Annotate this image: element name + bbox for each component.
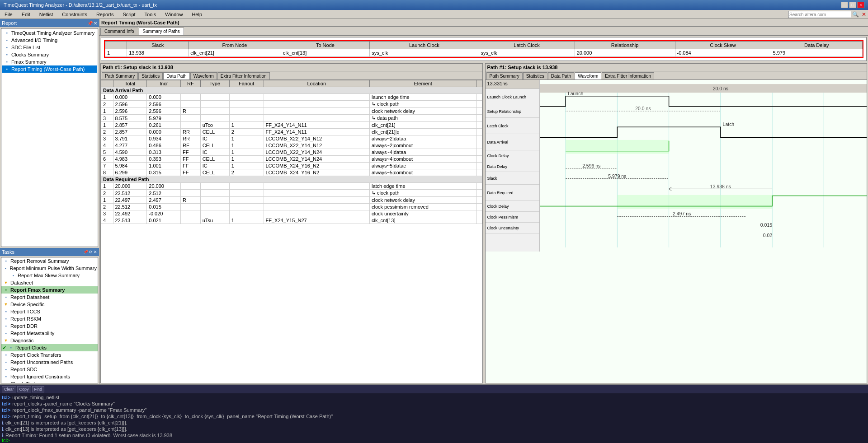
menu-window[interactable]: Window bbox=[162, 11, 185, 18]
arr-row-3-3[interactable]: 3 3.791 0.934 RRIC 1 LCCOMB_X22_Y14_N12 … bbox=[101, 135, 482, 142]
arr-row-2[interactable]: 2 2.596 2.596 ↳ clock path bbox=[101, 101, 482, 108]
tab-data-path-right[interactable]: Data Path bbox=[548, 72, 574, 79]
menu-file[interactable]: File bbox=[2, 11, 15, 18]
task-max-skew[interactable]: ▪ Report Max Skew Summary bbox=[1, 272, 98, 279]
task-clock-transfers[interactable]: ▪ Report Clock Transfers bbox=[1, 351, 98, 359]
tasks-close-icon[interactable]: ✕ bbox=[94, 250, 97, 254]
maximize-button[interactable]: □ bbox=[849, 2, 856, 8]
arr-row-2-1[interactable]: 1 2.596 2.596 R clock network delay bbox=[101, 108, 482, 115]
tab-extra-fitter-left[interactable]: Extra Fitter Information bbox=[217, 72, 270, 79]
tab-path-summary-right[interactable]: Path Summary bbox=[486, 72, 523, 79]
tab-waveform-right[interactable]: Waveform bbox=[575, 72, 601, 79]
required-section-header: Data Required Path bbox=[101, 176, 482, 183]
console-find-button[interactable]: Find bbox=[32, 386, 45, 392]
minimize-button[interactable]: _ bbox=[841, 2, 848, 8]
close-button[interactable]: × bbox=[857, 2, 864, 8]
task-fmax-summary[interactable]: ▪ Report Fmax Summary bbox=[1, 286, 98, 294]
title-bar: TimeQuest Timing Analyzer - D:/altera/13… bbox=[0, 0, 868, 10]
arr-row-3-7[interactable]: 7 5.984 1.001 FFIC 1 LCCOMB_X24_Y16_N2 a… bbox=[101, 163, 482, 169]
task-removal-summary[interactable]: ▪ Report Removal Summary bbox=[1, 257, 98, 265]
wf-label-clock-delay1: Clock Delay bbox=[486, 150, 539, 161]
req-row-4[interactable]: 4 22.513 0.021 uTsu 1 FF_X24_Y15_N27 clk… bbox=[101, 217, 482, 224]
doc-icon: ▪ bbox=[2, 258, 9, 264]
req-row-2-1[interactable]: 1 22.497 2.497 R clock network delay bbox=[101, 197, 482, 204]
svg-line-18 bbox=[669, 187, 671, 189]
task-tccs[interactable]: ▪ Report TCCS bbox=[1, 308, 98, 315]
task-device-specific-folder[interactable]: ▼ Device Specific bbox=[1, 301, 98, 308]
task-check-timing[interactable]: ▪ Check Timing bbox=[1, 380, 98, 383]
task-diagnostic-folder[interactable]: ▼ Diagnostic bbox=[1, 337, 98, 344]
waveform-svg: 20.0 ns Launch 20.0 ns bbox=[540, 80, 867, 252]
tab-command-info[interactable]: Command Info bbox=[100, 28, 138, 35]
tree-item-timequest-summary[interactable]: ▪ TimeQuest Timing Analyzer Summary bbox=[2, 29, 97, 37]
console-clear-button[interactable]: Clear bbox=[2, 386, 16, 392]
menu-edit[interactable]: Edit bbox=[19, 11, 33, 18]
menu-tools[interactable]: Tools bbox=[142, 11, 159, 18]
console-prompt: tcl> bbox=[2, 438, 9, 443]
task-ignored-constraints[interactable]: ▪ Report Ignored Constraints bbox=[1, 373, 98, 380]
menu-netlist[interactable]: Netlist bbox=[37, 11, 56, 18]
doc-icon: ▪ bbox=[2, 359, 9, 365]
task-report-clocks[interactable]: ✔ ▪ Report Clocks bbox=[1, 344, 98, 351]
doc-icon: ▪ bbox=[7, 345, 14, 351]
req-row-1[interactable]: 1 20.000 20.000 latch edge time bbox=[101, 183, 482, 190]
console-copy-button[interactable]: Copy bbox=[17, 386, 31, 392]
task-ddr[interactable]: ▪ Report DDR bbox=[1, 322, 98, 330]
console-input[interactable] bbox=[10, 438, 866, 443]
menu-help[interactable]: Help bbox=[189, 11, 205, 18]
table-row[interactable]: 1 13.938 clk_cnt[21] clk_cnt[13] sys_clk… bbox=[105, 49, 863, 57]
task-min-pulse[interactable]: ▪ Report Minimum Pulse Width Summary bbox=[1, 265, 98, 272]
tasks-refresh-icon[interactable]: ⟳ bbox=[89, 250, 93, 254]
req-row-2-2[interactable]: 2 22.512 0.015 clock pessimism removed bbox=[101, 204, 482, 210]
tab-data-path-left[interactable]: Data Path bbox=[163, 72, 189, 79]
col-clock-skew: Clock Skew bbox=[675, 42, 771, 49]
svg-line-19 bbox=[669, 189, 671, 191]
folder-icon: ▼ bbox=[2, 337, 9, 344]
data-path-scroll[interactable]: Total Incr RF Type Fanout Location Eleme… bbox=[101, 80, 482, 383]
tree-item-report-timing[interactable]: ▪ Report Timing (Worst-Case Path) bbox=[2, 65, 97, 73]
task-unconstrained-paths[interactable]: ▪ Report Unconstrained Paths bbox=[1, 359, 98, 366]
tasks-pin-icon[interactable]: 📌 bbox=[83, 250, 88, 254]
tab-path-summary-left[interactable]: Path Summary bbox=[102, 72, 138, 79]
tree-item-sdc-file[interactable]: ▪ SDC File List bbox=[2, 44, 97, 51]
arr-row-3-6[interactable]: 6 4.983 0.393 FFCELL 1 LCCOMB_X22_Y14_N2… bbox=[101, 156, 482, 163]
arr-row-3-4[interactable]: 4 4.277 0.486 RFCELL 1 LCCOMB_X22_Y14_N1… bbox=[101, 142, 482, 149]
menu-reports[interactable]: Reports bbox=[94, 11, 117, 18]
task-report-datasheet[interactable]: ▪ Report Datasheet bbox=[1, 294, 98, 301]
svg-text:2.497 ns: 2.497 ns bbox=[673, 211, 691, 216]
svg-text:13.938 ns: 13.938 ns bbox=[710, 184, 731, 189]
tab-statistics-left[interactable]: Statistics bbox=[138, 72, 163, 79]
req-row-3[interactable]: 3 22.492 -0.020 clock uncertainty bbox=[101, 210, 482, 217]
svg-rect-12 bbox=[566, 140, 669, 154]
menu-constraints[interactable]: Constraints bbox=[59, 11, 90, 18]
tree-item-clocks-summary[interactable]: ▪ Clocks Summary bbox=[2, 51, 97, 58]
tab-statistics-right[interactable]: Statistics bbox=[523, 72, 547, 79]
col-latch: Latch Clock bbox=[479, 42, 575, 49]
task-report-sdc[interactable]: ▪ Report SDC bbox=[1, 366, 98, 373]
tab-extra-fitter-right[interactable]: Extra Fitter Information bbox=[602, 72, 654, 79]
tab-summary-paths[interactable]: Summary of Paths bbox=[139, 28, 184, 35]
panel-pin-icon[interactable]: 📌 bbox=[87, 21, 93, 26]
tree-item-fmax-summary[interactable]: ▪ Fmax Summary bbox=[2, 58, 97, 65]
arr-row-1[interactable]: 1 0.000 0.000 launch edge time bbox=[101, 94, 482, 101]
menu-script[interactable]: Script bbox=[120, 11, 138, 18]
arr-row-3-2[interactable]: 2 2.857 0.000 RRCELL 2 FF_X24_Y14_N11 cl… bbox=[101, 129, 482, 135]
task-metastability[interactable]: ▪ Report Metastability bbox=[1, 330, 98, 337]
task-datasheet-folder[interactable]: ▼ Datasheet bbox=[1, 279, 98, 286]
req-row-2[interactable]: 2 22.512 2.512 ↳ clock path bbox=[101, 190, 482, 197]
arr-row-3-1[interactable]: 1 2.857 0.261 uTco 1 FF_X24_Y14_N11 clk_… bbox=[101, 122, 482, 129]
task-rskm[interactable]: ▪ Report RSKM bbox=[1, 315, 98, 322]
arr-row-3[interactable]: 3 8.575 5.979 ↳ data path bbox=[101, 115, 482, 122]
doc-icon: ▪ bbox=[2, 366, 9, 373]
close-search-icon[interactable]: ✕ bbox=[862, 11, 866, 18]
doc-icon: ▪ bbox=[2, 308, 9, 315]
search-icon[interactable]: 🔍 bbox=[852, 11, 859, 18]
tree-item-advanced-io[interactable]: ▪ Advanced I/O Timing bbox=[2, 37, 97, 44]
search-input[interactable] bbox=[788, 11, 851, 18]
panel-close-icon[interactable]: ✕ bbox=[94, 21, 97, 26]
arr-row-3-5[interactable]: 5 4.590 0.313 FFIC 1 LCCOMB_X22_Y14_N24 … bbox=[101, 149, 482, 156]
waveform-display[interactable]: 13.331ns Launch Clock Launch Setup Relat… bbox=[486, 80, 867, 383]
doc-icon: ▪ bbox=[9, 272, 17, 279]
tab-waveform-left[interactable]: Waveform bbox=[190, 72, 217, 79]
arr-row-3-8[interactable]: 8 6.299 0.315 FFCELL 2 LCCOMB_X24_Y16_N2… bbox=[101, 169, 482, 176]
